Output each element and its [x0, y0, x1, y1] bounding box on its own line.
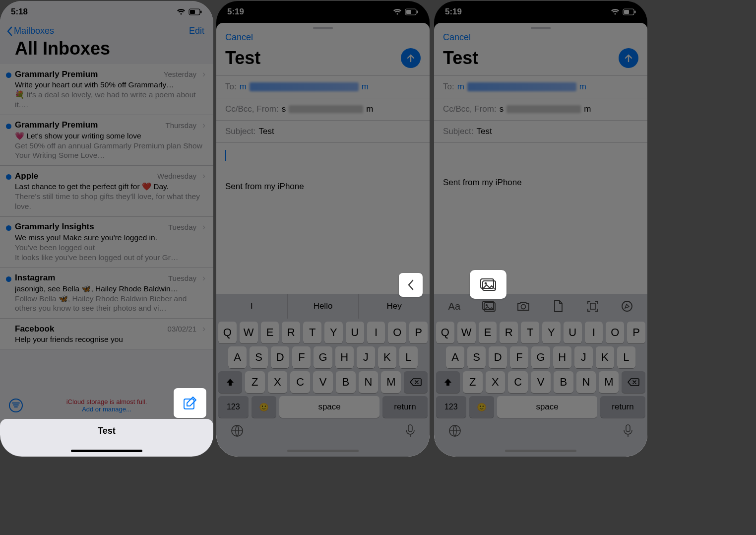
to-field[interactable]: To: m m	[216, 75, 430, 98]
message-row[interactable]: InstagramTuesday›jasonigb, see Bella 🦋, …	[0, 268, 213, 319]
compose-body[interactable]: Sent from my iPhone	[216, 142, 430, 294]
to-field[interactable]: To: m m	[434, 75, 647, 98]
emoji-key[interactable]: 🙂	[252, 396, 277, 418]
cancel-button[interactable]: Cancel	[443, 32, 471, 43]
key-g[interactable]: G	[531, 346, 550, 368]
message-row[interactable]: Grammarly PremiumYesterday›Write your he…	[0, 64, 213, 115]
key-y[interactable]: Y	[542, 322, 561, 343]
compose-body[interactable]: Sent from my iPhone	[434, 142, 647, 294]
mic-icon[interactable]	[623, 424, 633, 440]
subject-field[interactable]: Subject: Test	[216, 120, 430, 142]
key-v[interactable]: V	[531, 371, 551, 393]
key-t[interactable]: T	[521, 322, 539, 343]
key-i[interactable]: I	[585, 322, 603, 343]
key-o[interactable]: O	[388, 322, 406, 343]
photo-library-button[interactable]	[472, 300, 506, 312]
key-z[interactable]: Z	[463, 371, 483, 393]
key-v[interactable]: V	[313, 371, 333, 393]
delete-key[interactable]	[404, 371, 428, 393]
key-f[interactable]: F	[510, 346, 528, 368]
key-x[interactable]: X	[486, 371, 505, 393]
subject-field[interactable]: Subject: Test	[434, 120, 647, 142]
globe-icon[interactable]	[448, 424, 462, 440]
key-l[interactable]: L	[617, 346, 635, 368]
attach-file-button[interactable]	[541, 300, 575, 313]
key-b[interactable]: B	[336, 371, 356, 393]
key-e[interactable]: E	[261, 322, 279, 343]
key-h[interactable]: H	[553, 346, 571, 368]
message-row[interactable]: Grammarly InsightsTuesday›We miss you! M…	[0, 217, 213, 268]
key-w[interactable]: W	[457, 322, 476, 343]
ccbcc-field[interactable]: Cc/Bcc, From: s m	[434, 98, 647, 120]
return-key[interactable]: return	[600, 396, 645, 418]
numbers-key[interactable]: 123	[436, 396, 466, 418]
key-j[interactable]: J	[574, 346, 593, 368]
key-a[interactable]: A	[228, 346, 247, 368]
space-key[interactable]: space	[497, 396, 597, 418]
key-y[interactable]: Y	[324, 322, 343, 343]
key-d[interactable]: D	[271, 346, 289, 368]
key-c[interactable]: C	[508, 371, 528, 393]
scan-document-button[interactable]	[575, 300, 610, 313]
key-k[interactable]: K	[596, 346, 614, 368]
cancel-button[interactable]: Cancel	[225, 32, 253, 43]
expand-toolbar-button[interactable]	[399, 273, 423, 297]
key-p[interactable]: P	[409, 322, 428, 343]
key-s[interactable]: S	[467, 346, 486, 368]
key-w[interactable]: W	[240, 322, 258, 343]
key-i[interactable]: I	[367, 322, 385, 343]
key-h[interactable]: H	[335, 346, 354, 368]
suggestion-3[interactable]: Hey	[359, 294, 430, 319]
emoji-key[interactable]: 🙂	[469, 396, 495, 418]
key-e[interactable]: E	[479, 322, 497, 343]
key-m[interactable]: M	[599, 371, 619, 393]
storage-notice[interactable]: iCloud storage is almost full. Add or ma…	[23, 398, 190, 413]
key-o[interactable]: O	[606, 322, 624, 343]
camera-button[interactable]	[506, 301, 541, 312]
message-row[interactable]: Facebook03/02/21›Help your friends recog…	[0, 319, 213, 349]
edit-button[interactable]: Edit	[189, 26, 204, 36]
key-t[interactable]: T	[303, 322, 321, 343]
space-key[interactable]: space	[279, 396, 379, 418]
key-c[interactable]: C	[290, 371, 310, 393]
key-j[interactable]: J	[357, 346, 375, 368]
back-mailboxes[interactable]: Mailboxes	[6, 26, 54, 36]
key-s[interactable]: S	[250, 346, 268, 368]
key-r[interactable]: R	[500, 322, 518, 343]
send-button[interactable]	[619, 48, 638, 68]
filter-button[interactable]	[9, 399, 23, 412]
key-m[interactable]: M	[381, 371, 401, 393]
key-q[interactable]: Q	[436, 322, 454, 343]
key-g[interactable]: G	[314, 346, 332, 368]
return-key[interactable]: return	[382, 396, 428, 418]
key-f[interactable]: F	[292, 346, 311, 368]
key-n[interactable]: N	[359, 371, 378, 393]
key-n[interactable]: N	[576, 371, 596, 393]
delete-key[interactable]	[622, 371, 645, 393]
mic-icon[interactable]	[405, 424, 416, 440]
key-l[interactable]: L	[399, 346, 418, 368]
key-x[interactable]: X	[268, 371, 288, 393]
key-k[interactable]: K	[378, 346, 396, 368]
compose-button[interactable]	[174, 388, 206, 418]
suggestion-2[interactable]: Hello	[288, 294, 359, 319]
globe-icon[interactable]	[230, 424, 244, 440]
message-row[interactable]: AppleWednesday›Last chance to get the pe…	[0, 166, 213, 217]
key-a[interactable]: A	[446, 346, 464, 368]
markup-button[interactable]	[610, 300, 644, 312]
key-z[interactable]: Z	[245, 371, 265, 393]
send-button[interactable]	[401, 48, 421, 68]
shift-key[interactable]	[218, 371, 242, 393]
format-text-button[interactable]: Aa	[437, 301, 472, 312]
photo-library-highlight[interactable]	[470, 270, 506, 299]
suggestion-1[interactable]: I	[216, 294, 288, 319]
shift-key[interactable]	[436, 371, 460, 393]
key-d[interactable]: D	[489, 346, 507, 368]
key-q[interactable]: Q	[218, 322, 237, 343]
ccbcc-field[interactable]: Cc/Bcc, From: s m	[216, 98, 430, 120]
key-b[interactable]: B	[554, 371, 573, 393]
key-u[interactable]: U	[564, 322, 582, 343]
key-r[interactable]: R	[282, 322, 300, 343]
key-p[interactable]: P	[627, 322, 645, 343]
draft-peek[interactable]: Test	[0, 419, 213, 457]
